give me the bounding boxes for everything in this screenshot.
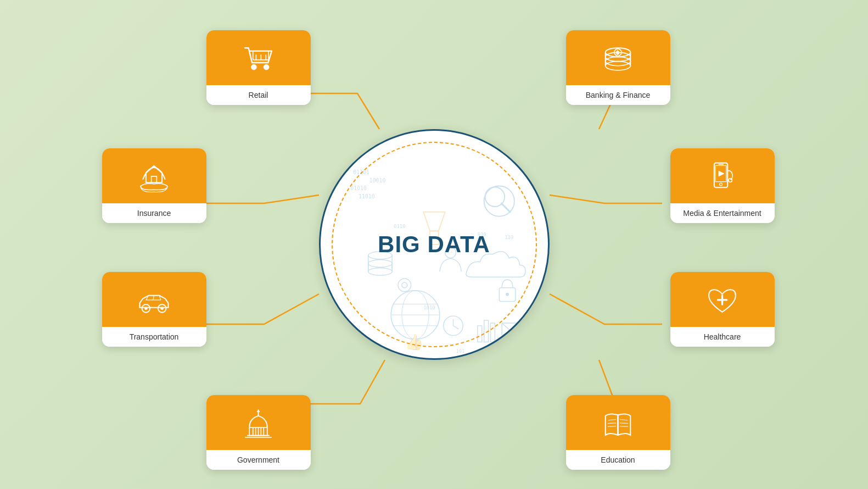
transportation-label: Transportation [102, 327, 206, 347]
healthcare-icon-area [670, 272, 775, 327]
svg-point-50 [264, 64, 269, 70]
svg-point-12 [485, 187, 504, 207]
svg-line-96 [620, 423, 628, 423]
svg-line-33 [453, 326, 458, 329]
svg-line-13 [501, 203, 510, 212]
svg-rect-25 [484, 320, 488, 342]
healthcare-card: Healthcare [670, 272, 775, 347]
transportation-icon-area [102, 272, 206, 327]
svg-line-95 [620, 419, 628, 420]
media-label: Media & Entertainment [670, 203, 775, 223]
svg-marker-67 [146, 166, 162, 182]
svg-text:110: 110 [505, 235, 513, 240]
center-circle: 01101 10010 01010 11010 [319, 129, 550, 360]
coin-icon: $ [600, 41, 636, 77]
svg-line-97 [620, 426, 628, 426]
svg-text:101: 101 [456, 348, 464, 354]
svg-text:👍: 👍 [404, 333, 423, 351]
government-card: Government [206, 395, 311, 470]
banking-icon-area: $ [566, 30, 670, 85]
svg-text:11010: 11010 [359, 193, 375, 199]
svg-line-92 [608, 419, 617, 420]
svg-rect-68 [152, 176, 157, 182]
svg-rect-26 [490, 323, 495, 342]
svg-line-94 [608, 426, 616, 426]
svg-point-28 [397, 279, 411, 292]
banking-card: $ Banking & Finance [566, 30, 670, 105]
svg-point-77 [144, 307, 147, 309]
svg-marker-84 [257, 409, 260, 412]
retail-label: Retail [206, 85, 311, 105]
svg-point-23 [506, 293, 509, 296]
svg-point-17 [401, 291, 428, 340]
transportation-card: Transportation [102, 272, 206, 347]
svg-point-49 [251, 64, 257, 70]
center-title: BIG DATA [378, 231, 490, 258]
heart-icon [704, 283, 740, 319]
svg-line-79 [153, 295, 154, 299]
svg-point-8 [368, 268, 391, 275]
education-icon-area [566, 395, 670, 450]
media-icon-area [670, 148, 775, 203]
svg-text:10010: 10010 [369, 177, 385, 184]
car-icon [136, 283, 172, 319]
diagram-container: 01101 10010 01010 11010 [50, 8, 819, 481]
healthcare-label: Healthcare [670, 327, 775, 347]
svg-point-7 [368, 260, 391, 268]
insurance-card: Insurance [102, 148, 206, 223]
svg-point-16 [391, 291, 440, 340]
media-card: Media & Entertainment [670, 148, 775, 223]
svg-line-44 [515, 355, 523, 358]
svg-marker-71 [719, 171, 724, 176]
svg-point-29 [401, 282, 407, 288]
svg-rect-27 [502, 323, 523, 338]
svg-text:0101: 0101 [488, 343, 500, 348]
svg-text:1010: 1010 [423, 305, 435, 310]
house-icon [136, 159, 172, 195]
svg-marker-14 [423, 212, 445, 231]
svg-rect-22 [499, 288, 516, 302]
education-card: Education [566, 395, 670, 470]
capitol-icon [240, 406, 276, 442]
government-icon-area [206, 395, 311, 450]
svg-rect-24 [477, 326, 481, 342]
retail-card: Retail [206, 30, 311, 105]
banking-label: Banking & Finance [566, 85, 670, 105]
svg-point-41 [512, 353, 518, 358]
svg-point-11 [484, 186, 514, 216]
insurance-label: Insurance [102, 203, 206, 223]
retail-icon-area [206, 30, 311, 85]
cart-icon [240, 41, 276, 77]
svg-point-78 [161, 307, 164, 309]
svg-text:01010: 01010 [350, 185, 367, 191]
government-label: Government [206, 450, 311, 470]
svg-line-93 [608, 423, 616, 423]
insurance-icon-area [102, 148, 206, 203]
svg-point-73 [720, 183, 723, 186]
phone-icon [704, 159, 740, 195]
svg-text:01101: 01101 [353, 169, 369, 175]
book-icon [600, 406, 636, 442]
education-label: Education [566, 450, 670, 470]
svg-point-31 [443, 316, 462, 335]
svg-text:0110: 0110 [394, 224, 405, 229]
